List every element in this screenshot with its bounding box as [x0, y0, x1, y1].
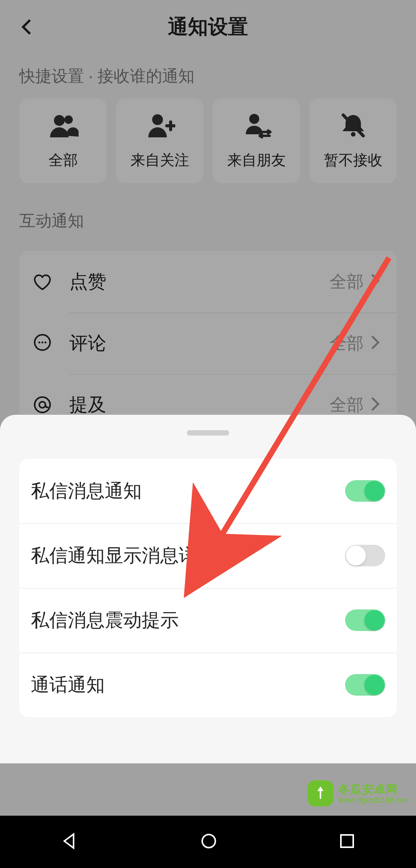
settings-page: 通知设置 快捷设置 · 接收谁的通知 全部 来自关注 来自朋友 暂不接收: [0, 0, 416, 816]
toggle-dm-detail[interactable]: [345, 545, 385, 566]
sheet-row-call-notify: 通话通知: [19, 653, 397, 717]
sheet-row-label: 私信通知显示消息详情: [31, 543, 216, 568]
sheet-row-label: 私信消息震动提示: [31, 608, 179, 633]
svg-marker-14: [64, 834, 74, 848]
toggle-dm-notify[interactable]: [345, 480, 385, 502]
svg-point-15: [202, 835, 215, 848]
sheet-row-dm-vibrate: 私信消息震动提示: [19, 588, 397, 653]
system-nav-bar: [0, 816, 416, 868]
nav-back-button[interactable]: [60, 832, 79, 852]
sheet-list: 私信消息通知 私信通知显示消息详情 私信消息震动提示 通话通知: [19, 459, 397, 717]
nav-home-button[interactable]: [200, 832, 218, 852]
sheet-row-dm-detail: 私信通知显示消息详情: [19, 523, 397, 588]
bottom-sheet: 私信消息通知 私信通知显示消息详情 私信消息震动提示 通话通知: [0, 415, 416, 763]
nav-recent-button[interactable]: [339, 833, 356, 851]
watermark-title: 冬瓜安卓网: [338, 783, 411, 796]
sheet-row-label: 私信消息通知: [31, 479, 142, 503]
watermark-icon: [307, 780, 334, 806]
watermark-url: www.dgxcdz168.com: [338, 796, 411, 804]
sheet-row-dm-notify: 私信消息通知: [19, 459, 397, 523]
svg-rect-16: [341, 835, 353, 847]
sheet-drag-handle[interactable]: [187, 430, 229, 436]
watermark: 冬瓜安卓网 www.dgxcdz168.com: [302, 776, 416, 810]
toggle-dm-vibrate[interactable]: [345, 609, 385, 631]
sheet-row-label: 通话通知: [31, 673, 105, 697]
toggle-call-notify[interactable]: [345, 674, 385, 696]
